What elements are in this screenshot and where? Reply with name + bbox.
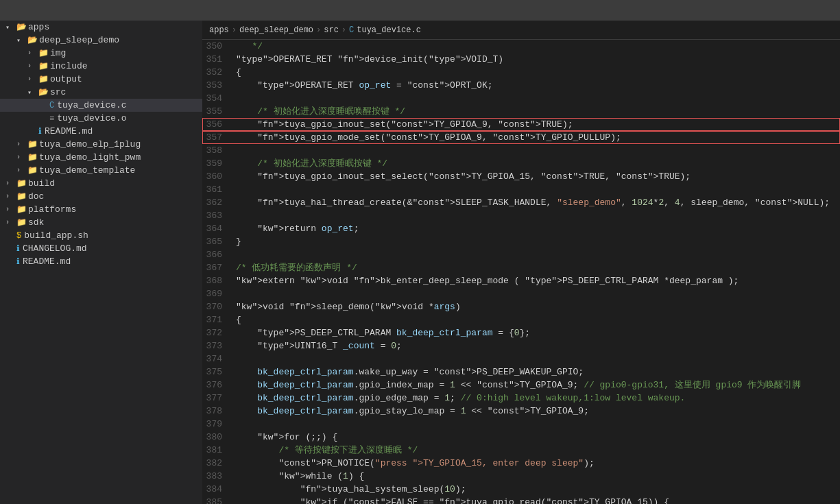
sidebar-item-label: platforms (28, 204, 76, 215)
line-number: 380 (202, 431, 233, 444)
line-content: "fn">tuya_hal_thread_create(&"const">SLE… (233, 196, 840, 209)
sidebar-item-build[interactable]: 📁build (0, 177, 202, 190)
sidebar-item-label: README.md (45, 126, 93, 136)
sidebar-item-tuya_device.c[interactable]: Ctuya_device.c (0, 99, 202, 112)
sidebar-item-include[interactable]: 📁include (0, 60, 202, 73)
line-content: "kw">return op_ret; (233, 222, 840, 235)
folder-closed-icon: 📁 (16, 191, 27, 202)
line-number: 354 (202, 92, 233, 105)
table-row: 352{ (202, 66, 840, 79)
line-content: { (233, 66, 840, 79)
line-content: "fn">tuya_gpio_inout_set("const">TY_GPIO… (233, 118, 840, 131)
sidebar-item-build_app.sh[interactable]: $build_app.sh (0, 229, 202, 242)
line-content: } (233, 235, 840, 248)
table-row: 382 "const">PR_NOTICE("press ">TY_GPIOA_… (202, 457, 840, 470)
file-info-icon: ℹ (16, 243, 20, 254)
table-row: 365} (202, 235, 840, 248)
table-row: 371{ (202, 313, 840, 326)
folder-closed-icon: 📁 (16, 178, 27, 189)
line-number: 359 (202, 157, 233, 170)
sidebar-item-label: img (50, 48, 66, 58)
table-row: 357 "fn">tuya_gpio_mode_set("const">TY_G… (202, 131, 840, 144)
sidebar-item-output[interactable]: 📁output (0, 73, 202, 86)
table-row: 368"kw">extern "kw">void "fn">bk_enter_d… (202, 274, 840, 287)
line-number: 369 (202, 287, 233, 300)
sidebar-item-src[interactable]: 📂src (0, 86, 202, 99)
table-row: 385 "kw">if ("const">FALSE == "fn">tuya_… (202, 496, 840, 504)
arrow-icon (5, 219, 16, 226)
line-number: 370 (202, 300, 233, 313)
sidebar-item-tuya_demo_light_pwm[interactable]: 📁tuya_demo_light_pwm (0, 151, 202, 164)
folder-open-icon: 📂 (16, 22, 27, 32)
file-o-icon: ≡ (49, 114, 54, 123)
line-number: 385 (202, 496, 233, 504)
table-row: 376 bk_deep_ctrl_param.gpio_index_map = … (202, 379, 840, 392)
breadcrumb-sep-3: › (341, 25, 346, 35)
code-area[interactable]: 350 */351"type">OPERATE_RET "fn">device_… (202, 40, 840, 504)
arrow-icon (5, 23, 16, 32)
sidebar-item-platforms[interactable]: 📁platforms (0, 203, 202, 216)
line-number: 362 (202, 196, 233, 209)
sidebar-item-changelog[interactable]: ℹCHANGELOG.md (0, 242, 202, 255)
line-content: "type">OPERATE_RET op_ret = "const">OPRT… (233, 79, 840, 92)
sidebar-item-label: src (50, 87, 66, 97)
sidebar[interactable]: 📂apps📂deep_sleep_demo📁img📁include📁output… (0, 21, 202, 504)
folder-closed-icon: 📁 (16, 204, 27, 215)
sidebar-item-tuya_device.o[interactable]: ≡tuya_device.o (0, 112, 202, 125)
sidebar-item-readme2[interactable]: ℹREADME.md (0, 255, 202, 268)
table-row: 369 (202, 287, 840, 300)
sidebar-item-readme1[interactable]: ℹREADME.md (0, 125, 202, 138)
line-content: { (233, 313, 840, 326)
sidebar-item-label: output (50, 74, 82, 84)
line-content: /* 初始化进入深度睡眠唤醒按键 */ (233, 105, 840, 118)
line-number: 350 (202, 40, 233, 53)
sidebar-item-label: tuya_device.o (57, 113, 126, 123)
table-row: 366 (202, 248, 840, 261)
sidebar-item-label: include (50, 61, 88, 71)
line-content (233, 209, 840, 222)
sidebar-item-label: sdk (28, 217, 44, 228)
sidebar-item-doc[interactable]: 📁doc (0, 190, 202, 203)
line-content (233, 352, 840, 365)
arrow-icon (27, 62, 38, 70)
line-content: bk_deep_ctrl_param.gpio_edge_map = 1; //… (233, 392, 840, 405)
sidebar-item-label: tuya_demo_template (39, 165, 135, 176)
folder-closed-icon: 📁 (27, 152, 38, 163)
line-number: 377 (202, 392, 233, 405)
line-content: "kw">extern "kw">void "fn">bk_enter_deep… (233, 274, 840, 287)
table-row: 358 (202, 144, 840, 157)
table-row: 364 "kw">return op_ret; (202, 222, 840, 235)
folder-closed-icon: 📁 (27, 165, 38, 176)
breadcrumb-sep-2: › (316, 25, 321, 35)
arrow-icon (16, 167, 27, 174)
sidebar-item-label: tuya_device.c (57, 100, 126, 110)
sidebar-item-apps[interactable]: 📂apps (0, 21, 202, 34)
line-number: 375 (202, 365, 233, 379)
line-content: bk_deep_ctrl_param.wake_up_way = "const"… (233, 365, 840, 379)
line-content: bk_deep_ctrl_param.gpio_index_map = 1 <<… (233, 379, 840, 392)
table-row: 354 (202, 92, 840, 105)
line-number: 360 (202, 170, 233, 183)
line-number: 383 (202, 470, 233, 483)
table-row: 353 "type">OPERATE_RET op_ret = "const">… (202, 79, 840, 92)
editor: apps › deep_sleep_demo › src › C tuya_de… (202, 21, 840, 504)
table-row: 381 /* 等待按键按下进入深度睡眠 */ (202, 444, 840, 457)
folder-closed-icon: 📁 (16, 217, 27, 228)
line-number: 384 (202, 483, 233, 496)
folder-open-icon: 📂 (38, 87, 49, 97)
sidebar-item-img[interactable]: 📁img (0, 47, 202, 60)
line-number: 353 (202, 79, 233, 92)
table-row: 379 (202, 418, 840, 431)
line-content: "fn">tuya_gpio_mode_set("const">TY_GPIOA… (233, 131, 840, 144)
sidebar-item-tuya_demo_elp_1plug[interactable]: 📁tuya_demo_elp_1plug (0, 138, 202, 151)
line-number: 371 (202, 313, 233, 326)
sidebar-item-deep_sleep_demo[interactable]: 📂deep_sleep_demo (0, 34, 202, 47)
line-number: 378 (202, 405, 233, 418)
table-row: 367/* 低功耗需要的函数声明 */ (202, 261, 840, 274)
sidebar-item-sdk[interactable]: 📁sdk (0, 216, 202, 229)
line-content: /* 低功耗需要的函数声明 */ (233, 261, 840, 274)
folder-closed-icon: 📁 (38, 61, 49, 71)
line-content: "kw">void "fn">sleep_demo("kw">void *arg… (233, 300, 840, 313)
folder-closed-icon: 📁 (38, 48, 49, 58)
sidebar-item-tuya_demo_template[interactable]: 📁tuya_demo_template (0, 164, 202, 177)
